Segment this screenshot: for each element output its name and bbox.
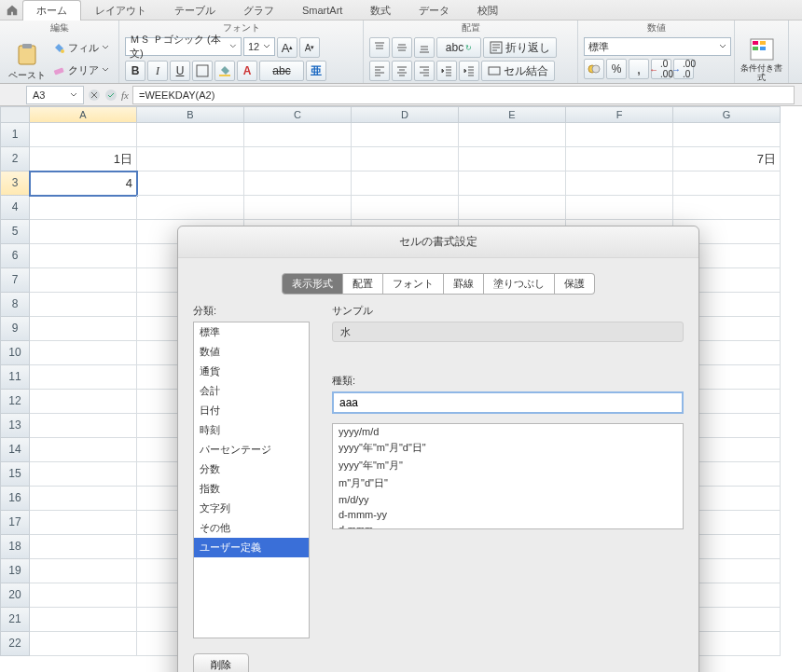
cell[interactable] xyxy=(459,147,566,171)
dialog-tab-number[interactable]: 表示形式 xyxy=(282,273,343,295)
cell[interactable] xyxy=(30,293,137,317)
category-item[interactable]: ユーザー定義 xyxy=(194,538,309,557)
row-header[interactable]: 11 xyxy=(0,365,30,390)
ribbon-tab-smartart[interactable]: SmartArt xyxy=(288,1,356,19)
cell[interactable]: 7日 xyxy=(673,147,781,171)
cell[interactable] xyxy=(30,462,137,487)
cell[interactable] xyxy=(459,171,566,196)
ribbon-tab-chart[interactable]: グラフ xyxy=(229,0,288,21)
ribbon-tab-data[interactable]: データ xyxy=(405,0,463,21)
dialog-tab-protection[interactable]: 保護 xyxy=(555,273,595,295)
row-header[interactable]: 18 xyxy=(0,535,30,559)
cell[interactable] xyxy=(30,268,137,293)
row-header[interactable]: 3 xyxy=(0,171,30,196)
column-header[interactable]: F xyxy=(566,106,673,123)
row-header[interactable]: 22 xyxy=(0,632,30,656)
indent-inc-button[interactable] xyxy=(459,61,479,81)
column-header[interactable]: D xyxy=(352,106,459,123)
cell[interactable] xyxy=(30,220,137,244)
align-right-button[interactable] xyxy=(414,61,435,81)
category-item[interactable]: 通貨 xyxy=(194,362,309,381)
category-item[interactable]: パーセンテージ xyxy=(194,440,309,459)
cell[interactable] xyxy=(30,341,137,365)
font-size-select[interactable]: 12 xyxy=(243,37,275,56)
cell[interactable] xyxy=(566,196,673,220)
shrink-font-button[interactable]: A▾ xyxy=(299,37,320,58)
category-item[interactable]: 会計 xyxy=(194,381,309,401)
category-item[interactable]: 文字列 xyxy=(194,499,309,518)
cell[interactable] xyxy=(244,123,352,147)
cancel-formula-icon[interactable] xyxy=(88,89,101,102)
cell[interactable] xyxy=(137,123,244,147)
align-center-button[interactable] xyxy=(392,61,412,81)
row-header[interactable]: 2 xyxy=(0,147,30,171)
row-header[interactable]: 21 xyxy=(0,608,30,632)
currency-button[interactable] xyxy=(584,59,604,79)
cell[interactable] xyxy=(30,632,137,656)
align-top-button[interactable] xyxy=(369,37,390,58)
row-header[interactable]: 17 xyxy=(0,511,30,535)
type-input[interactable] xyxy=(332,391,684,414)
row-header[interactable]: 4 xyxy=(0,196,30,220)
ribbon-tab-layout[interactable]: レイアウト xyxy=(81,0,160,21)
dialog-tab-font[interactable]: フォント xyxy=(383,273,444,295)
row-header[interactable]: 6 xyxy=(0,244,30,268)
cell[interactable] xyxy=(30,438,137,462)
cell[interactable] xyxy=(566,147,673,171)
category-item[interactable]: 標準 xyxy=(194,322,309,342)
type-item[interactable]: yyyy"年"m"月"d"日" xyxy=(333,439,683,457)
paste-button[interactable]: ペースト xyxy=(6,37,48,82)
category-item[interactable]: その他 xyxy=(194,518,309,538)
border-button[interactable] xyxy=(192,61,213,81)
cell[interactable] xyxy=(30,123,137,147)
cell[interactable] xyxy=(459,123,566,147)
column-header[interactable]: G xyxy=(673,106,781,123)
row-header[interactable]: 20 xyxy=(0,583,30,608)
row-header[interactable]: 19 xyxy=(0,559,30,583)
wrap-text-button[interactable]: 折り返し xyxy=(483,37,557,58)
cell[interactable] xyxy=(244,147,352,171)
cell[interactable]: 4 xyxy=(30,171,137,196)
type-item[interactable]: yyyy"年"m"月" xyxy=(333,457,683,474)
cell[interactable] xyxy=(673,171,781,196)
row-header[interactable]: 13 xyxy=(0,414,30,438)
cell[interactable] xyxy=(673,196,781,220)
category-list[interactable]: 標準数値通貨会計日付時刻パーセンテージ分数指数文字列その他ユーザー定義 xyxy=(193,322,310,638)
cell[interactable] xyxy=(30,511,137,535)
row-header[interactable]: 8 xyxy=(0,293,30,317)
cell[interactable] xyxy=(352,196,459,220)
row-header[interactable]: 5 xyxy=(0,220,30,244)
cell[interactable] xyxy=(30,535,137,559)
cell[interactable] xyxy=(566,123,673,147)
type-item[interactable]: d-mmm xyxy=(333,522,683,529)
increase-decimal-button[interactable]: ←.0.00 xyxy=(651,59,671,79)
italic-button[interactable]: I xyxy=(147,61,168,81)
cell[interactable] xyxy=(30,583,137,608)
cell[interactable] xyxy=(30,487,137,511)
cell[interactable] xyxy=(30,414,137,438)
cell[interactable] xyxy=(30,559,137,583)
dialog-tab-fill[interactable]: 塗りつぶし xyxy=(484,273,555,295)
cell[interactable] xyxy=(30,317,137,341)
conditional-format-button[interactable]: 条件付き書式 xyxy=(740,37,782,82)
indent-dec-button[interactable] xyxy=(436,61,457,81)
row-header[interactable]: 16 xyxy=(0,487,30,511)
type-item[interactable]: m/d/yy xyxy=(333,492,683,507)
type-list[interactable]: yyyy/m/dyyyy"年"m"月"d"日"yyyy"年"m"月"m"月"d"… xyxy=(332,423,684,529)
delete-button[interactable]: 削除 xyxy=(193,653,249,672)
comma-button[interactable]: , xyxy=(629,59,649,79)
column-header[interactable]: E xyxy=(459,106,566,123)
row-header[interactable]: 15 xyxy=(0,462,30,487)
confirm-formula-icon[interactable] xyxy=(104,89,118,102)
orientation-button[interactable]: abc↻ xyxy=(436,37,481,58)
cell[interactable] xyxy=(137,196,244,220)
row-header[interactable]: 7 xyxy=(0,268,30,293)
cell[interactable] xyxy=(352,123,459,147)
align-left-button[interactable] xyxy=(369,61,390,81)
decrease-decimal-button[interactable]: →.00.0 xyxy=(673,59,694,79)
row-header[interactable]: 1 xyxy=(0,123,30,147)
cell[interactable] xyxy=(30,244,137,268)
cell[interactable] xyxy=(244,171,352,196)
column-header[interactable]: C xyxy=(244,106,352,123)
row-header[interactable]: 12 xyxy=(0,390,30,414)
